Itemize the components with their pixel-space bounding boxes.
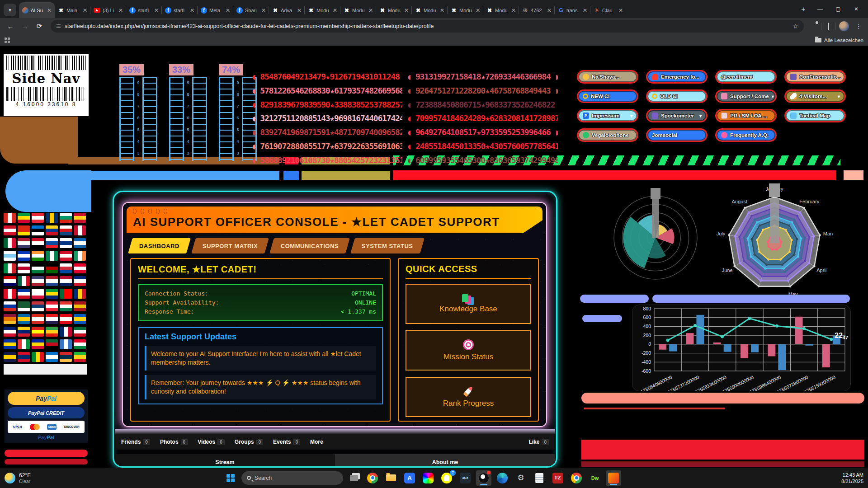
browser-tab[interactable]: trans ✕: [555, 2, 590, 18]
country-flag[interactable]: [74, 225, 86, 235]
country-flag[interactable]: [18, 213, 30, 223]
country-flag[interactable]: [4, 301, 16, 311]
social-link[interactable]: Friends 0: [121, 439, 150, 445]
country-flag[interactable]: [46, 251, 58, 261]
taskbar-app-icon[interactable]: [420, 470, 436, 486]
country-flag[interactable]: [18, 225, 30, 235]
site-info-icon[interactable]: ☰: [56, 23, 61, 29]
taskbar-search[interactable]: Search: [241, 471, 343, 485]
country-flag[interactable]: [60, 339, 72, 349]
country-flag[interactable]: [46, 339, 58, 349]
nav-button[interactable]: Impressum ▾: [577, 109, 638, 122]
nav-button[interactable]: Spockometer ▾: [646, 109, 708, 122]
country-flag[interactable]: [46, 263, 58, 273]
taskbar-app-icon[interactable]: 7: [439, 470, 454, 486]
country-flag[interactable]: [32, 327, 44, 337]
maximize-button[interactable]: ▢: [829, 2, 847, 16]
country-flag[interactable]: [32, 339, 44, 349]
tab-close-icon[interactable]: ✕: [226, 7, 230, 14]
apps-grid-icon[interactable]: [5, 38, 10, 43]
country-flag[interactable]: [32, 251, 44, 261]
country-flag[interactable]: [46, 289, 58, 299]
country-flag[interactable]: [74, 327, 86, 337]
country-flag[interactable]: [74, 301, 86, 311]
country-flag[interactable]: [46, 213, 58, 223]
nav-button[interactable]: Support / Come ▾: [715, 89, 777, 103]
minimize-button[interactable]: —: [811, 2, 829, 16]
country-flag[interactable]: [74, 352, 86, 362]
taskbar-app-icon[interactable]: 3CX: [458, 470, 473, 486]
country-flag[interactable]: [60, 213, 72, 223]
taskbar-app-icon[interactable]: ⚙: [513, 470, 528, 486]
forward-button[interactable]: →: [18, 23, 32, 30]
country-flag[interactable]: [18, 327, 30, 337]
start-button[interactable]: [223, 470, 238, 486]
paypal-credit-button[interactable]: PayPal CREDIT: [8, 407, 85, 418]
tab-close-icon[interactable]: ✕: [440, 7, 444, 14]
country-flag[interactable]: [4, 251, 16, 261]
browser-tab[interactable]: starfl ✕: [162, 2, 198, 18]
url-text[interactable]: starfleetupto.date/index.php/en/jomsocia…: [65, 23, 789, 29]
social-link[interactable]: Events 0: [273, 439, 300, 445]
browser-tab[interactable]: starfl ✕: [126, 2, 162, 18]
browser-tab[interactable]: Modu ✕: [305, 2, 340, 18]
country-flag[interactable]: [4, 225, 16, 235]
nav-button[interactable]: 4 Visitors... ▾: [784, 89, 846, 103]
country-flag[interactable]: [32, 238, 44, 248]
console-tab[interactable]: SYSTEM STATUS: [351, 238, 425, 253]
taskbar-app-icon[interactable]: Dw: [587, 470, 603, 486]
nav-button[interactable]: Tactical Map: [784, 109, 846, 122]
country-flag[interactable]: [60, 225, 72, 235]
social-link[interactable]: Groups 0: [235, 439, 263, 445]
country-flag[interactable]: [4, 238, 16, 248]
extensions-puzzle-icon[interactable]: [808, 23, 820, 30]
country-flag[interactable]: [74, 276, 86, 286]
console-tab[interactable]: DASHBOARD: [128, 238, 191, 253]
social-link[interactable]: More: [310, 439, 323, 445]
profile-tab[interactable]: Stream: [115, 454, 335, 468]
country-flag[interactable]: [60, 263, 72, 273]
tab-close-icon[interactable]: ✕: [190, 7, 194, 14]
nav-button[interactable]: Vegalolophone: [577, 128, 638, 142]
taskbar-app-icon[interactable]: [606, 470, 621, 486]
country-flag[interactable]: [4, 327, 16, 337]
tab-close-icon[interactable]: ✕: [261, 7, 266, 14]
nav-button[interactable]: @ecruitment: [715, 70, 777, 84]
country-flag[interactable]: [18, 251, 30, 261]
country-flag[interactable]: [74, 339, 86, 349]
country-flag[interactable]: [32, 276, 44, 286]
paypal-checkout-button[interactable]: PayPal: [8, 392, 85, 405]
country-flag[interactable]: [46, 225, 58, 235]
nav-button[interactable]: OLD CI: [646, 89, 708, 103]
taskbar-app-icon[interactable]: [476, 470, 491, 486]
back-button[interactable]: ←: [4, 23, 17, 30]
tab-close-icon[interactable]: ✕: [47, 7, 52, 14]
country-flag[interactable]: [18, 339, 30, 349]
country-flag[interactable]: [46, 276, 58, 286]
nav-button[interactable]: Frequently A.Q.: [715, 128, 777, 142]
browser-tab[interactable]: Adva ✕: [269, 2, 305, 18]
browser-tab[interactable]: Modu ✕: [448, 2, 483, 18]
country-flag[interactable]: [74, 263, 86, 273]
country-flag[interactable]: [18, 263, 30, 273]
nav-button[interactable]: Emergency lo...: [646, 70, 708, 84]
country-flag[interactable]: [4, 289, 16, 299]
country-flag[interactable]: [46, 314, 58, 324]
taskbar-app-icon[interactable]: [383, 470, 399, 486]
reading-list-icon[interactable]: [822, 23, 834, 30]
browser-tab[interactable]: Main ✕: [55, 2, 90, 18]
tab-close-icon[interactable]: ✕: [297, 7, 302, 14]
reload-button[interactable]: ⟳: [33, 22, 46, 30]
country-flag[interactable]: [74, 238, 86, 248]
taskbar-app-icon[interactable]: A: [402, 470, 417, 486]
taskbar-clock[interactable]: 12:43 AM 8/21/2025: [841, 468, 863, 488]
browser-tab[interactable]: 4762 ✕: [519, 2, 555, 18]
browser-tab[interactable]: Clau ✕: [590, 2, 626, 18]
country-flag[interactable]: [60, 352, 72, 362]
bookmark-star-icon[interactable]: ☆: [793, 23, 798, 30]
console-tab[interactable]: COMMUNICATIONS: [269, 238, 350, 253]
country-flag[interactable]: [74, 251, 86, 261]
address-bar[interactable]: ☰ starfleetupto.date/index.php/en/jomsoc…: [51, 20, 804, 33]
quick-access-button[interactable]: Rank Progress: [406, 377, 531, 417]
tab-close-icon[interactable]: ✕: [83, 7, 87, 14]
